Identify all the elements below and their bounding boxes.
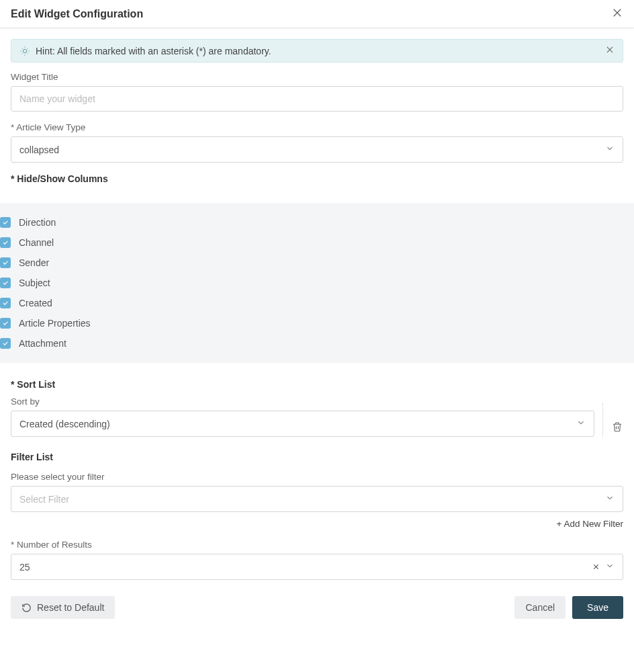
results-select[interactable]: 25	[11, 554, 623, 580]
checkbox-icon	[0, 257, 11, 268]
sort-section-label: * Sort List	[11, 379, 623, 390]
column-label: Direction	[19, 217, 56, 228]
filter-select-label: Please select your filter	[11, 472, 623, 482]
column-checkbox-channel[interactable]: Channel	[0, 233, 634, 253]
filter-section-label: Filter List	[11, 452, 623, 462]
checkbox-icon	[0, 278, 11, 288]
column-checkbox-direction[interactable]: Direction	[0, 212, 634, 233]
sort-by-label: Sort by	[11, 396, 594, 407]
column-checkbox-attachment[interactable]: Attachment	[0, 333, 634, 353]
lightbulb-icon	[19, 46, 30, 56]
column-checkbox-created[interactable]: Created	[0, 293, 634, 313]
column-label: Channel	[19, 237, 54, 248]
trash-icon	[611, 421, 623, 433]
reset-icon	[21, 603, 32, 613]
columns-panel: Direction Channel Sender Subject Created…	[0, 203, 634, 363]
filter-placeholder: Select Filter	[19, 494, 69, 505]
reset-button-label: Reset to Default	[37, 602, 104, 613]
dialog-title: Edit Widget Configuration	[11, 8, 143, 20]
clear-results-button[interactable]	[592, 562, 600, 573]
column-label: Created	[19, 298, 52, 308]
chevron-down-icon	[605, 493, 615, 505]
checkbox-icon	[0, 338, 11, 349]
hint-banner: Hint: All fields marked with an asterisk…	[11, 39, 623, 62]
column-checkbox-article-properties[interactable]: Article Properties	[0, 313, 634, 333]
checkbox-icon	[0, 298, 11, 308]
save-button[interactable]: Save	[572, 596, 623, 619]
view-type-select[interactable]: collapsed	[11, 136, 623, 163]
checkbox-icon	[0, 318, 11, 329]
column-label: Subject	[19, 278, 50, 288]
filter-select[interactable]: Select Filter	[11, 486, 623, 512]
column-checkbox-sender[interactable]: Sender	[0, 253, 634, 273]
remove-sort-button[interactable]	[602, 403, 623, 437]
close-dialog-button[interactable]	[611, 7, 623, 21]
results-value: 25	[19, 562, 30, 573]
widget-title-input[interactable]	[11, 86, 623, 112]
close-icon	[611, 7, 623, 19]
view-type-label: * Article View Type	[11, 122, 623, 132]
column-label: Attachment	[19, 338, 66, 349]
checkbox-icon	[0, 217, 11, 228]
svg-point-0	[23, 49, 26, 52]
chevron-down-icon	[605, 561, 615, 573]
add-filter-link[interactable]: + Add New Filter	[11, 519, 623, 529]
column-checkbox-subject[interactable]: Subject	[0, 273, 634, 293]
sort-by-value: Created (descending)	[19, 419, 110, 429]
chevron-down-icon	[576, 418, 586, 429]
widget-title-label: Widget Title	[11, 72, 623, 82]
reset-button[interactable]: Reset to Default	[11, 596, 115, 619]
columns-section-label: * Hide/Show Columns	[11, 173, 623, 184]
checkbox-icon	[0, 237, 11, 248]
view-type-value: collapsed	[19, 144, 59, 155]
chevron-down-icon	[605, 144, 615, 155]
hint-text: Hint: All fields marked with an asterisk…	[36, 46, 271, 56]
sort-by-select[interactable]: Created (descending)	[11, 411, 594, 437]
cancel-button[interactable]: Cancel	[514, 596, 565, 619]
column-label: Sender	[19, 257, 49, 268]
dismiss-hint-button[interactable]	[605, 45, 615, 56]
results-label: * Number of Results	[11, 540, 623, 550]
column-label: Article Properties	[19, 318, 91, 329]
close-icon	[605, 45, 615, 54]
